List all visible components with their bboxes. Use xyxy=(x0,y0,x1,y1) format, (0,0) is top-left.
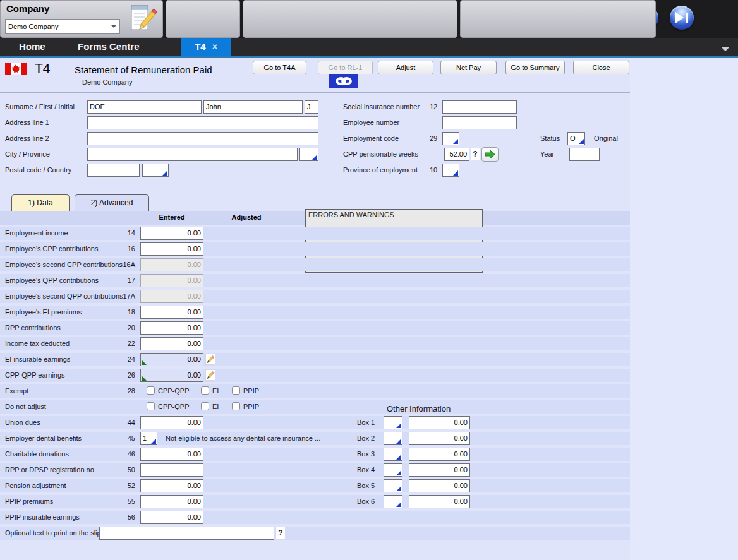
other-info-label: Box 6 xyxy=(357,497,375,505)
other-info-amount-6[interactable]: 0.00 xyxy=(409,495,470,508)
table-row xyxy=(0,511,630,524)
tab-forms-centre[interactable]: Forms Centre xyxy=(78,41,140,52)
jump-arrow-button[interactable] xyxy=(481,147,499,162)
postal-country-label: Postal code / Country xyxy=(5,166,71,174)
employee-number-field[interactable] xyxy=(442,116,517,129)
box-number: 16 xyxy=(115,245,135,253)
checkbox-label: CPP-QPP xyxy=(158,403,190,410)
other-info-label: Box 5 xyxy=(357,482,375,489)
goto-t4a-button[interactable]: Go to T4A xyxy=(253,61,306,74)
link-slips-icon[interactable] xyxy=(329,74,358,88)
other-info-code-dropdown-1[interactable] xyxy=(384,416,402,429)
dental-code-description: Not eligible to access any dental care i… xyxy=(166,434,320,442)
table-row xyxy=(0,416,630,429)
exempt-ei-checkbox[interactable] xyxy=(201,386,209,395)
entered-field-56[interactable]: 0.00 xyxy=(140,511,203,524)
entered-field-16[interactable]: 0.00 xyxy=(140,242,203,256)
entered-field-52[interactable]: 0.00 xyxy=(140,479,203,492)
noadjust-cpp-qpp-checkbox[interactable] xyxy=(147,402,155,410)
exempt-ppip-checkbox[interactable] xyxy=(232,386,240,395)
tab-home[interactable]: Home xyxy=(19,41,45,52)
other-info-code-dropdown-6[interactable] xyxy=(384,495,402,508)
other-info-label: Box 2 xyxy=(357,434,375,442)
other-info-amount-2[interactable]: 0.00 xyxy=(409,432,470,445)
entered-field-24[interactable]: 0.00 xyxy=(140,353,203,366)
goto-rl1-button: Go to RL-1 xyxy=(318,61,373,74)
optional-text-field[interactable] xyxy=(99,527,274,540)
other-info-amount-3[interactable]: 0.00 xyxy=(409,448,470,461)
surname-field[interactable]: DOE xyxy=(87,100,202,114)
toolbar: Company Demo Company xyxy=(0,0,738,38)
province-dropdown[interactable] xyxy=(299,148,318,161)
goto-summary-button[interactable]: Go to Summary xyxy=(505,61,565,74)
year-label: Year xyxy=(540,150,554,158)
postal-code-field[interactable] xyxy=(87,164,140,177)
employment-code-dropdown[interactable] xyxy=(442,132,459,145)
other-info-amount-1[interactable]: 0.00 xyxy=(409,416,470,429)
row-label: EI insurable earnings xyxy=(5,355,70,363)
entered-field-46[interactable]: 0.00 xyxy=(140,448,203,461)
other-info-code-dropdown-5[interactable] xyxy=(384,479,402,492)
entered-field-26[interactable]: 0.00 xyxy=(140,369,203,382)
city-field[interactable] xyxy=(87,148,298,161)
sin-field[interactable] xyxy=(442,100,517,114)
close-button[interactable]: Close xyxy=(573,61,629,74)
first-name-field[interactable]: John xyxy=(203,100,303,114)
address2-field[interactable] xyxy=(87,132,318,145)
noadjust-ppip-checkbox[interactable] xyxy=(232,402,240,410)
cpp-weeks-field[interactable]: 52.00 xyxy=(444,148,469,161)
entered-field-20[interactable]: 0.00 xyxy=(140,321,203,335)
tab-t4[interactable]: T4× xyxy=(181,38,231,56)
company-select[interactable]: Demo Company xyxy=(5,19,120,34)
other-info-label: Box 4 xyxy=(357,466,375,474)
address1-field[interactable] xyxy=(87,116,318,129)
company-label: Company xyxy=(6,3,49,14)
tab-overflow-chevron-icon[interactable] xyxy=(722,47,729,55)
row-label: Employee's EI premiums xyxy=(5,308,82,316)
exempt-cpp-qpp-checkbox[interactable] xyxy=(147,386,155,395)
year-field[interactable] xyxy=(569,148,600,161)
row-label: RPP or DPSP registration no. xyxy=(5,466,96,474)
country-dropdown[interactable] xyxy=(142,164,169,177)
entered-field-50[interactable] xyxy=(140,463,203,477)
other-info-code-dropdown-3[interactable] xyxy=(384,448,402,461)
other-info-amount-4[interactable]: 0.00 xyxy=(409,463,470,477)
edit-company-icon[interactable] xyxy=(126,4,157,34)
entered-field-22[interactable]: 0.00 xyxy=(140,337,203,350)
help-icon[interactable]: ? xyxy=(276,527,285,539)
address2-label: Address line 2 xyxy=(5,134,49,142)
override-pencil-icon[interactable] xyxy=(205,369,215,381)
entered-field-14[interactable]: 0.00 xyxy=(140,227,203,240)
tab-data[interactable]: 1) Data xyxy=(11,194,70,211)
employment-code-label: Employment code xyxy=(343,134,399,142)
entered-field-17: 0.00 xyxy=(140,274,203,287)
table-row xyxy=(0,369,630,382)
table-row xyxy=(0,495,630,508)
tab-advanced[interactable]: 2) Advanced xyxy=(75,194,149,211)
province-of-employment-dropdown[interactable] xyxy=(442,164,459,177)
company-group: Company Demo Company xyxy=(0,0,163,38)
initial-field[interactable]: J xyxy=(305,100,318,114)
row-label: Do not adjust xyxy=(5,403,46,410)
other-info-code-dropdown-2[interactable] xyxy=(384,432,402,445)
dental-code-dropdown[interactable]: 1 xyxy=(140,432,157,445)
help-icon[interactable]: ? xyxy=(471,148,480,160)
city-province-label: City / Province xyxy=(5,150,50,158)
background xyxy=(630,58,738,560)
entered-field-18[interactable]: 0.00 xyxy=(140,306,203,319)
row-label: Union dues xyxy=(5,419,40,426)
net-pay-button[interactable]: Net Pay xyxy=(440,61,497,74)
status-dropdown[interactable]: O xyxy=(567,132,585,145)
other-info-amount-5[interactable]: 0.00 xyxy=(409,479,470,492)
row-label: PPIP insurable earnings xyxy=(5,513,80,521)
other-info-code-dropdown-4[interactable] xyxy=(384,463,402,477)
entered-field-55[interactable]: 0.00 xyxy=(140,495,203,508)
checkbox-label: PPIP xyxy=(243,387,259,395)
close-tab-icon[interactable]: × xyxy=(212,42,217,52)
checkbox-label: EI xyxy=(212,387,219,395)
override-pencil-icon[interactable] xyxy=(205,354,215,365)
last-slip-icon[interactable] xyxy=(670,6,694,30)
adjust-button[interactable]: Adjust xyxy=(378,61,433,74)
noadjust-ei-checkbox[interactable] xyxy=(201,402,209,410)
entered-field-44[interactable]: 0.00 xyxy=(140,416,203,429)
